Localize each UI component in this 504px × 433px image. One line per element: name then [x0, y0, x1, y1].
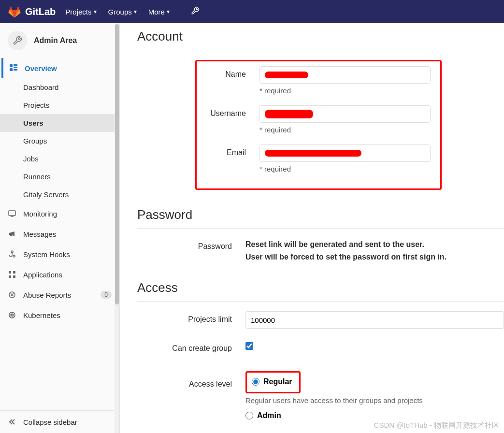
badge: 0 [101, 291, 112, 299]
megaphone-icon [8, 230, 16, 238]
gitlab-logo-icon [8, 5, 21, 18]
sidebar-sub-jobs[interactable]: Jobs [0, 150, 119, 168]
sidebar-item-label: Kubernetes [23, 311, 60, 319]
logo[interactable]: GitLab [8, 5, 56, 18]
sidebar: Admin Area Overview Dashboard Projects U… [0, 23, 120, 433]
projects-limit-input[interactable] [245, 311, 504, 329]
chevron-down-icon: ▾ [167, 8, 170, 15]
divider [137, 301, 504, 302]
brand-text: GitLab [25, 6, 56, 17]
can-create-group-checkbox[interactable] [245, 342, 253, 350]
password-title: Password [137, 207, 504, 222]
main-content: Account Name * required Username * requi… [120, 23, 504, 433]
required-hint: * required [259, 165, 431, 173]
sidebar-sub-groups[interactable]: Groups [0, 132, 119, 150]
svg-rect-4 [14, 69, 17, 71]
sidebar-sub-runners[interactable]: Runners [0, 168, 119, 186]
name-label: Name [197, 66, 259, 79]
abuse-icon [8, 290, 16, 299]
sidebar-item-label: Applications [23, 271, 62, 279]
collapse-sidebar[interactable]: Collapse sidebar [0, 410, 119, 433]
svg-rect-3 [10, 68, 13, 71]
sidebar-sub-gitaly[interactable]: Gitaly Servers [0, 186, 119, 203]
sidebar-item-overview[interactable]: Overview [0, 58, 119, 78]
access-title: Access [137, 280, 504, 295]
email-label: Email [197, 144, 259, 157]
svg-point-6 [11, 251, 13, 253]
username-label: Username [197, 105, 259, 118]
sidebar-item-label: Monitoring [23, 210, 57, 218]
password-desc-2: User will be forced to set the password … [245, 251, 504, 263]
nav-more[interactable]: More▾ [148, 8, 170, 16]
access-level-highlight-box: Regular [245, 371, 301, 393]
access-level-label: Access level [137, 371, 245, 389]
sidebar-header[interactable]: Admin Area [0, 23, 119, 58]
sidebar-item-applications[interactable]: Applications [0, 264, 119, 285]
nav-items: Projects▾ Groups▾ More▾ [65, 6, 200, 17]
svg-rect-11 [13, 275, 15, 278]
sidebar-item-messages[interactable]: Messages [0, 224, 119, 244]
sidebar-title: Admin Area [34, 36, 77, 45]
sidebar-item-label: Overview [25, 64, 57, 72]
redacted [265, 110, 313, 118]
password-desc-1: Reset link will be generated and sent to… [245, 238, 504, 251]
password-label: Password [137, 238, 245, 251]
chevron-down-icon: ▾ [134, 8, 137, 15]
required-hint: * required [259, 87, 431, 95]
sidebar-item-system-hooks[interactable]: System Hooks [0, 244, 119, 264]
projects-limit-label: Projects limit [137, 311, 245, 324]
kubernetes-icon [8, 311, 16, 319]
regular-desc: Regular users have access to their group… [245, 396, 504, 404]
svg-point-7 [13, 255, 15, 257]
svg-rect-1 [14, 64, 17, 66]
chevron-down-icon: ▾ [94, 8, 97, 15]
grid-icon [8, 270, 16, 279]
sidebar-item-label: Messages [23, 230, 56, 238]
divider [137, 50, 504, 50]
email-input[interactable] [259, 144, 431, 162]
scrollbar[interactable] [115, 23, 119, 433]
svg-rect-9 [13, 271, 15, 274]
nav-projects[interactable]: Projects▾ [65, 8, 96, 16]
sidebar-item-label: Abuse Reports [23, 291, 71, 299]
sidebar-item-abuse-reports[interactable]: Abuse Reports 0 [0, 285, 119, 305]
sidebar-item-monitoring[interactable]: Monitoring [0, 203, 119, 224]
wrench-icon [8, 31, 27, 50]
access-level-regular-radio[interactable] [252, 378, 259, 386]
divider [137, 228, 504, 229]
can-create-group-label: Can create group [137, 340, 245, 353]
username-input[interactable] [259, 105, 431, 123]
name-input[interactable] [259, 66, 431, 84]
admin-wrench-icon[interactable] [191, 6, 200, 17]
sidebar-item-kubernetes[interactable]: Kubernetes [0, 305, 119, 325]
overview-icon [9, 64, 18, 72]
redacted [265, 72, 308, 78]
sidebar-sub-dashboard[interactable]: Dashboard [0, 78, 119, 96]
admin-label: Admin [257, 411, 281, 420]
svg-rect-10 [9, 275, 11, 278]
nav-groups[interactable]: Groups▾ [108, 8, 137, 16]
required-hint: * required [259, 126, 431, 134]
svg-rect-5 [9, 211, 15, 216]
access-level-admin-radio[interactable] [245, 412, 253, 419]
collapse-label: Collapse sidebar [23, 418, 77, 426]
sidebar-sub-users[interactable]: Users [0, 114, 119, 132]
account-title: Account [137, 29, 504, 44]
svg-rect-2 [14, 67, 17, 68]
top-nav: GitLab Projects▾ Groups▾ More▾ [0, 0, 504, 23]
collapse-icon [8, 418, 16, 426]
account-highlight-box: Name * required Username * required Emai… [195, 60, 442, 190]
sidebar-sub-projects[interactable]: Projects [0, 96, 119, 114]
regular-label: Regular [263, 377, 292, 386]
redacted [265, 150, 361, 157]
svg-rect-8 [9, 271, 11, 274]
sidebar-item-label: System Hooks [23, 250, 70, 259]
monitor-icon [8, 209, 16, 218]
svg-rect-0 [10, 64, 13, 67]
svg-point-13 [11, 314, 13, 316]
hook-icon [8, 250, 16, 259]
